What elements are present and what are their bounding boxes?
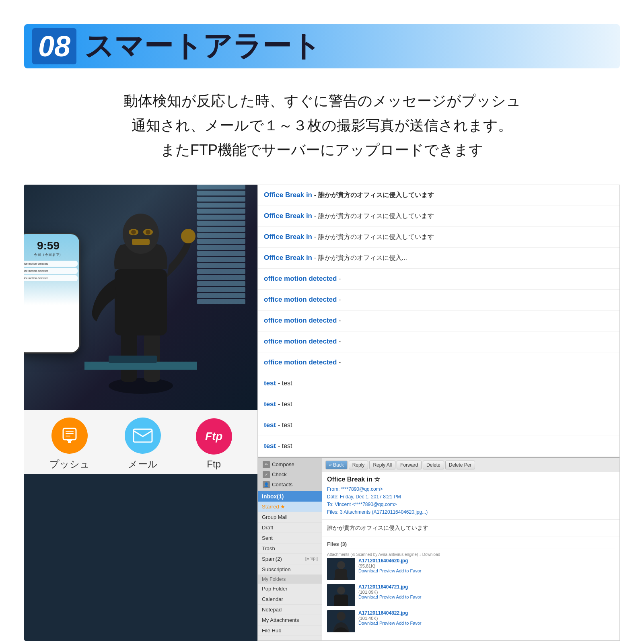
mail-icon-circle — [125, 418, 161, 454]
phone-notif-2: office motion detected — [24, 268, 78, 274]
sidebar-file-hub[interactable]: File Hub — [258, 625, 322, 636]
email-list-item-7[interactable]: office motion detected - — [258, 331, 619, 352]
email-sender-12: test — [264, 441, 276, 451]
attachment-item-3: A17120116404822.jpg (101.40K) Download P… — [327, 610, 615, 632]
svg-point-22 — [337, 561, 345, 569]
compose-btn[interactable]: ✏ Compose — [261, 460, 319, 469]
email-client: ✏ Compose ✓ Check 👤 Contacts I — [258, 457, 619, 641]
sidebar-notepad[interactable]: Notepad — [258, 605, 322, 615]
compose-label: Compose — [272, 461, 294, 467]
email-list-item-4[interactable]: office motion detected - — [258, 269, 619, 290]
sidebar-starred[interactable]: Starred ★ — [258, 502, 322, 512]
description-section: 動体検知が反応した時、すぐに警告のメッセージがプッシュ 通知され、メールで１～３… — [24, 80, 620, 171]
attachment-name-2: A17120116404721.jpg — [358, 584, 615, 590]
email-toolbar: ✏ Compose ✓ Check 👤 Contacts — [258, 458, 322, 491]
email-subject-10: - test — [278, 400, 292, 409]
attachment-actions-3[interactable]: Download Preview Add to Favor — [358, 621, 615, 625]
attachment-actions-2[interactable]: Download Preview Add to Favor — [358, 595, 615, 599]
sidebar-sent[interactable]: Sent — [258, 533, 322, 543]
file-hub-label: File Hub — [262, 628, 281, 634]
sidebar-trash[interactable]: Trash — [258, 543, 322, 554]
email-subject-1: - 誰かが貴方のオフィスに侵入しています — [314, 212, 434, 220]
inbox-header[interactable]: Inbox(1) — [258, 491, 322, 502]
svg-rect-23 — [335, 569, 347, 580]
push-label: プッシュ — [49, 458, 90, 471]
from-label: From: — [327, 486, 341, 492]
sidebar-group-mail[interactable]: Group Mail — [258, 512, 322, 523]
attachment-size-1: (95.81K) — [358, 564, 615, 568]
svg-rect-17 — [67, 440, 72, 441]
sidebar-calendar[interactable]: Calendar — [258, 594, 322, 605]
svg-point-26 — [337, 586, 345, 595]
header-title: スマートアラート — [84, 27, 321, 66]
email-list-item-6[interactable]: office motion detected - — [258, 311, 619, 331]
email-reading-pane: « Back Reply Reply All Forward Delete De… — [322, 458, 619, 641]
email-list-item-9[interactable]: test - test — [258, 373, 619, 394]
sidebar-spam[interactable]: Spam(2) [Empl] — [258, 554, 322, 564]
email-list-item-8[interactable]: office motion detected - — [258, 352, 619, 373]
email-sender-8: office motion detected — [264, 358, 337, 367]
calendar-label: Calendar — [262, 596, 283, 602]
email-subject-8: - — [339, 358, 341, 367]
email-header: Office Break in ☆ From: ****7890@qq.com>… — [322, 472, 619, 520]
trash-label: Trash — [262, 545, 275, 551]
email-sender-2: Office Break in — [264, 232, 312, 242]
svg-point-0 — [109, 378, 173, 394]
attachment-info-3: A17120116404822.jpg (101.40K) Download P… — [358, 610, 615, 625]
spam-label: Spam(2) — [262, 556, 282, 562]
contacts-btn[interactable]: 👤 Contacts — [261, 480, 319, 489]
svg-point-4 — [181, 229, 195, 243]
sidebar-my-attachments[interactable]: My Attachments — [258, 615, 322, 625]
email-list-item-5[interactable]: office motion detected - — [258, 290, 619, 311]
email-list-item-0[interactable]: Office Break in - 誰かが貴方のオフィスに侵入しています — [258, 185, 619, 206]
email-subject-line: Office Break in ☆ — [327, 475, 615, 483]
check-icon: ✓ — [263, 471, 270, 478]
delete-perm-btn[interactable]: Delete Per — [445, 461, 475, 469]
mail-icon-item: メール — [125, 418, 161, 471]
check-btn[interactable]: ✓ Check — [261, 470, 319, 479]
sidebar-draft[interactable]: Draft — [258, 523, 322, 533]
right-panel: Office Break in - 誰かが貴方のオフィスに侵入していますOffi… — [257, 185, 620, 641]
description-line3: またFTP機能でサーバーにアップロードできます — [160, 142, 484, 158]
sidebar-subscription[interactable]: Subscription — [258, 564, 322, 575]
email-subject-3: - 誰かが貴方のオフィスに侵入... — [314, 253, 407, 262]
from-value: ****7890@qq.com> — [341, 486, 383, 492]
delete-btn[interactable]: Delete — [423, 461, 444, 469]
email-subject-4: - — [339, 274, 341, 283]
email-list-item-11[interactable]: test - test — [258, 415, 619, 436]
email-sender-4: office motion detected — [264, 274, 337, 284]
svg-rect-12 — [109, 356, 157, 363]
email-list-item-12[interactable]: test - test — [258, 436, 619, 457]
attachments-section: Files (3) Attachments (⊙ Scanned by Avir… — [322, 537, 619, 640]
attachment-size-2: (101.09K) — [358, 590, 615, 595]
svg-rect-10 — [132, 239, 150, 245]
email-list-item-2[interactable]: Office Break in - 誰かが貴方のオフィスに侵入しています — [258, 227, 619, 248]
reply-btn[interactable]: Reply — [349, 461, 368, 469]
burglar-image: 9:59 今日（今日まで） office motion detected off… — [24, 185, 257, 410]
svg-point-9 — [146, 230, 150, 235]
sidebar-pop-folder[interactable]: Pop Folder — [258, 584, 322, 594]
email-list-item-1[interactable]: Office Break in - 誰かが貴方のオフィスに侵入しています — [258, 206, 619, 227]
forward-btn[interactable]: Forward — [397, 461, 422, 469]
attachment-item-1: A17120116404620.jpg (95.81K) Download Pr… — [327, 558, 615, 580]
mail-label: メール — [128, 458, 158, 471]
attachments-title: Files (3) — [327, 541, 615, 549]
notepad-label: Notepad — [262, 607, 282, 613]
burglar-figure — [84, 201, 197, 394]
email-subject-7: - — [339, 337, 341, 346]
push-icon-item: プッシュ — [49, 418, 90, 471]
svg-point-8 — [131, 230, 136, 235]
email-meta: From: ****7890@qq.com> Date: Friday, Dec… — [327, 486, 615, 516]
ftp-text: Ftp — [205, 430, 223, 443]
header-section: 08 スマートアラート — [24, 24, 620, 68]
email-list-item-10[interactable]: test - test — [258, 394, 619, 415]
attachment-thumb-3 — [327, 610, 355, 632]
attachment-actions-1[interactable]: Download Preview Add to Favor — [358, 568, 615, 573]
svg-rect-14 — [66, 431, 74, 432]
check-label: Check — [272, 471, 287, 477]
ftp-label: Ftp — [207, 459, 221, 470]
back-btn[interactable]: « Back — [325, 461, 348, 469]
email-list-item-3[interactable]: Office Break in - 誰かが貴方のオフィスに侵入... — [258, 248, 619, 269]
reply-all-btn[interactable]: Reply All — [369, 461, 395, 469]
phone-container: 9:59 今日（今日まで） office motion detected off… — [24, 233, 80, 354]
